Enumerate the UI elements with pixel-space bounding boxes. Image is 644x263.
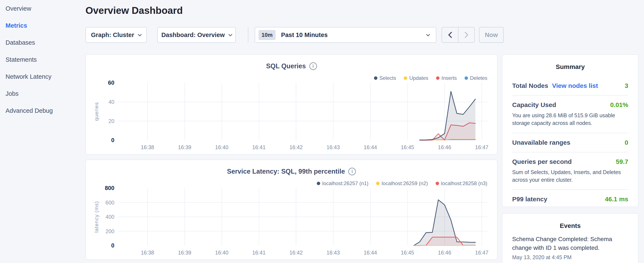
svg-text:16:39: 16:39 <box>178 144 191 150</box>
summary-row-value: 0.01% <box>610 101 628 109</box>
summary-row-label: Total Nodes <box>512 82 548 89</box>
svg-text:600: 600 <box>106 200 114 205</box>
legend-dot-icon <box>404 76 407 80</box>
page-title: Overview Dashboard <box>86 5 183 16</box>
legend-dot-icon <box>376 182 380 185</box>
time-step-buttons <box>442 27 475 43</box>
events-heading: Events <box>502 214 638 229</box>
summary-row: Total NodesView nodes list3 <box>512 76 628 95</box>
dashboard-dropdown[interactable]: Dashboard: Overview <box>157 27 236 43</box>
svg-text:16:46: 16:46 <box>438 249 451 255</box>
summary-row-description: Sum of Selects, Updates, Inserts, and De… <box>512 168 628 184</box>
summary-row-label: Queries per second <box>512 158 572 165</box>
sidebar-item-overview[interactable]: Overview <box>6 0 86 17</box>
svg-text:latency (ms): latency (ms) <box>94 201 99 233</box>
info-icon[interactable] <box>348 168 356 175</box>
chevron-down-icon <box>138 32 142 36</box>
svg-text:200: 200 <box>106 228 114 234</box>
controls-bar: Graph: Cluster Dashboard: Overview 10m P… <box>86 27 504 43</box>
chevron-down-icon <box>228 32 232 36</box>
svg-text:16:42: 16:42 <box>289 249 303 255</box>
chart-title-row: Service Latency: SQL, 99th percentile <box>86 168 497 175</box>
summary-row-description: You are using 28.6 MiB of 515.9 GiB usab… <box>512 112 628 127</box>
chart-title: Service Latency: SQL, 99th percentile <box>227 168 345 175</box>
legend-dot-icon <box>436 76 440 80</box>
service-latency-chart-card: Service Latency: SQL, 99th percentile lo… <box>86 160 498 260</box>
metrics-page: OverviewMetricsDatabasesStatementsNetwor… <box>0 0 644 263</box>
legend-dot-icon <box>464 76 468 80</box>
svg-text:16:41: 16:41 <box>252 144 266 150</box>
summary-row: Capacity Used0.01%You are using 28.6 MiB… <box>512 95 628 133</box>
sidebar-item-databases[interactable]: Databases <box>6 34 86 51</box>
svg-text:16:44: 16:44 <box>364 144 377 150</box>
svg-text:16:38: 16:38 <box>141 144 154 150</box>
sidebar-item-network-latency[interactable]: Network Latency <box>6 68 86 85</box>
event-text: Schema Change Completed: Schema change w… <box>512 235 628 252</box>
event-timestamp: May 13, 2020 at 4:45 PM <box>512 254 628 260</box>
view-nodes-list-link[interactable]: View nodes list <box>552 82 598 89</box>
summary-row-label: Unavailable ranges <box>512 139 570 146</box>
legend-dot-icon <box>374 76 378 80</box>
svg-text:queries: queries <box>94 102 99 121</box>
svg-text:16:43: 16:43 <box>326 249 340 255</box>
sql-queries-chart[interactable]: 16:3816:3916:4016:4116:4216:4316:4416:45… <box>86 80 498 153</box>
controls-divider <box>248 27 248 43</box>
sidebar-item-jobs[interactable]: Jobs <box>6 85 86 102</box>
svg-text:16:38: 16:38 <box>141 249 154 255</box>
svg-text:16:42: 16:42 <box>289 144 303 150</box>
summary-row: Queries per second59.7Sum of Selects, Up… <box>512 152 628 190</box>
svg-text:16:44: 16:44 <box>364 249 377 255</box>
time-range-label: Past 10 Minutes <box>281 32 427 39</box>
sidebar-item-metrics[interactable]: Metrics <box>6 17 86 34</box>
svg-text:16:47: 16:47 <box>475 249 488 255</box>
summary-row-value: 59.7 <box>616 158 628 165</box>
svg-text:16:43: 16:43 <box>326 144 340 150</box>
graph-dropdown[interactable]: Graph: Cluster <box>86 27 147 43</box>
event-item[interactable]: Schema Change Completed: Schema change w… <box>512 235 628 260</box>
svg-text:800: 800 <box>105 185 114 191</box>
dashboard-dropdown-label: Dashboard: Overview <box>161 32 225 39</box>
svg-text:16:45: 16:45 <box>401 249 414 255</box>
svg-text:0: 0 <box>111 137 114 143</box>
events-panel: Events Schema Change Completed: Schema c… <box>502 213 638 263</box>
summary-row-value: 46.1 ms <box>605 195 628 203</box>
svg-text:20: 20 <box>108 118 114 124</box>
svg-text:60: 60 <box>108 80 114 86</box>
sidebar-item-advanced-debug[interactable]: Advanced Debug <box>6 102 86 119</box>
legend-dot-icon <box>436 182 439 185</box>
svg-text:16:46: 16:46 <box>438 144 451 150</box>
next-time-button[interactable] <box>458 28 474 42</box>
graph-dropdown-label: Graph: Cluster <box>91 32 134 39</box>
sidebar-item-statements[interactable]: Statements <box>6 51 86 68</box>
prev-time-button[interactable] <box>442 28 458 42</box>
now-button[interactable]: Now <box>479 27 504 43</box>
summary-row-label: Capacity Used <box>512 101 556 109</box>
sql-queries-chart-card: SQL Queries SelectsUpdatesInsertsDeletes… <box>86 54 498 155</box>
summary-rows: Total NodesView nodes list3Capacity Used… <box>512 76 628 208</box>
legend-dot-icon <box>317 182 320 185</box>
svg-text:16:39: 16:39 <box>178 249 191 255</box>
info-icon[interactable] <box>309 62 317 70</box>
summary-row-label: P99 latency <box>512 195 547 203</box>
summary-row-value: 0 <box>625 139 628 146</box>
summary-row-value: 3 <box>625 82 628 89</box>
chevron-right-icon <box>463 31 470 39</box>
time-range-badge: 10m <box>258 30 276 40</box>
chart-title: SQL Queries <box>266 62 306 70</box>
svg-text:16:45: 16:45 <box>401 144 414 150</box>
events-list: Schema Change Completed: Schema change w… <box>512 235 628 260</box>
svg-text:400: 400 <box>106 214 114 220</box>
svg-text:16:41: 16:41 <box>252 249 266 255</box>
summary-panel: Summary Total NodesView nodes list3Capac… <box>502 54 638 207</box>
chart-title-row: SQL Queries <box>86 62 497 70</box>
service-latency-chart[interactable]: 16:3816:3916:4016:4116:4216:4316:4416:45… <box>86 185 498 258</box>
svg-text:40: 40 <box>108 99 114 105</box>
chevron-left-icon <box>447 31 453 39</box>
svg-text:0: 0 <box>111 242 114 249</box>
summary-heading: Summary <box>502 55 638 70</box>
time-window-dropdown[interactable]: 10m Past 10 Minutes <box>255 27 436 43</box>
sidebar-nav: OverviewMetricsDatabasesStatementsNetwor… <box>0 0 86 263</box>
svg-text:16:40: 16:40 <box>215 144 228 150</box>
chevron-down-icon <box>426 32 430 36</box>
svg-text:16:40: 16:40 <box>215 249 228 255</box>
